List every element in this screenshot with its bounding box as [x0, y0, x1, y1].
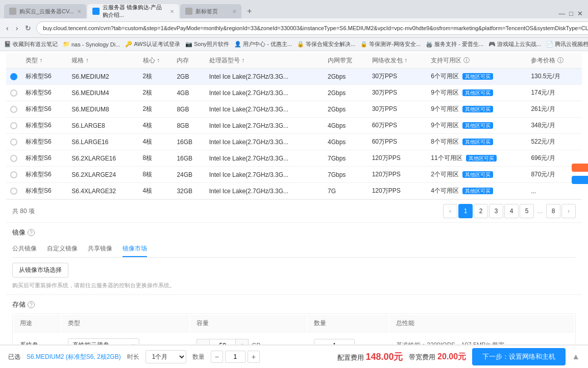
row-memory: 8GB — [173, 118, 205, 134]
url-text: buy.cloud.tencent.com/cvm?tab=custom&ste… — [43, 25, 588, 31]
tab-1[interactable]: 购买云_云服务器CV... ✕ — [4, 4, 86, 18]
radio-button[interactable] — [10, 155, 17, 162]
next-step-button[interactable]: 下一步：设置网络和主机 — [472, 348, 566, 365]
tab-3-close[interactable]: ✕ — [232, 9, 236, 14]
bookmark-1[interactable]: 📁 nas - Synology Di... — [63, 41, 120, 48]
page-btn-3[interactable]: 3 — [489, 204, 503, 218]
radio-button[interactable] — [10, 139, 17, 146]
table-row[interactable]: 标准型S6 S6.MEDIUM2 2核 2GB Intel Ice Lake(2… — [6, 68, 582, 85]
footer-right: 配置费用 148.00元 带宽费用 20.00元 下一步：设置网络和主机 ▲ — [337, 348, 580, 365]
quantity-decrease-btn[interactable]: − — [211, 351, 223, 363]
tab-shared-image[interactable]: 共享镜像 — [88, 241, 112, 257]
storage-usage: 系统盘 — [14, 333, 61, 344]
table-row[interactable]: 标准型S6 S6.LARGE16 4核 16GB Intel Ice Lake(… — [6, 134, 582, 150]
storage-col-count: 数量 — [308, 315, 389, 332]
row-cores: 2核 — [139, 68, 173, 85]
tab-2-close[interactable]: ✕ — [170, 9, 174, 14]
tab-1-close[interactable]: ✕ — [77, 9, 81, 14]
storage-help-icon[interactable]: ? — [28, 301, 35, 308]
refresh-button[interactable]: ↻ — [23, 23, 33, 33]
main-scroll-area[interactable]: 类型 ↑ 规格 ↑ 核心 ↑ 内存 处理器型号 ↑ 内网带宽 网络收发包 ↑ 支… — [0, 51, 588, 344]
capacity-input[interactable] — [210, 339, 235, 345]
row-radio-cell — [6, 150, 21, 167]
bookmark-8[interactable]: 🎮 游戏端上云实战... — [488, 40, 541, 48]
page-btn-5[interactable]: 5 — [520, 204, 534, 218]
table-row[interactable]: 标准型S6 S6.MEDIUM4 2核 4GB Intel Ice Lake(2… — [6, 85, 582, 101]
tab-public-image[interactable]: 公共镜像 — [12, 241, 37, 257]
bookmark-4[interactable]: 👤 用户中心 - 优惠主... — [234, 40, 292, 48]
table-row[interactable]: 标准型S6 S6.MEDIUM8 2核 8GB Intel Ice Lake(2… — [6, 101, 582, 118]
contact-widget[interactable]: 联系客服 — [572, 176, 588, 184]
storage-perf-cell: 基准性能：2200IOPS，107.5MB/s 带宽 — [390, 333, 574, 344]
page-btn-8[interactable]: 8 — [546, 204, 560, 218]
duration-select[interactable]: 1个月 2个月 3个月 6个月 1年 — [145, 350, 186, 363]
selected-label: 已选 — [8, 353, 20, 361]
url-input[interactable]: buy.cloud.tencent.com/cvm?tab=custom&ste… — [36, 21, 588, 35]
config-fee-section: 配置费用 148.00元 — [337, 351, 403, 363]
radio-button[interactable] — [10, 73, 17, 80]
forward-button[interactable]: › — [14, 23, 20, 33]
row-pps: 60万PPS — [368, 134, 427, 150]
bookmark-3[interactable]: 📷 Sony照片软件 — [185, 40, 229, 48]
bookmark-5[interactable]: 🔒 等保合规安全解决... — [297, 40, 355, 48]
zone-badge: 其他区可买 — [462, 106, 493, 112]
tab-market-image[interactable]: 镜像市场 — [122, 241, 147, 257]
tab-3[interactable]: 新标签页 ✕ — [180, 4, 241, 18]
bandwidth-fee-value: 20.00元 — [437, 352, 466, 361]
close-window-btn[interactable]: ✕ — [576, 9, 584, 18]
radio-button[interactable] — [10, 106, 17, 113]
back-button[interactable]: ‹ — [4, 23, 11, 33]
tab-custom-image[interactable]: 自定义镜像 — [47, 241, 78, 257]
zone-badge: 其他区可买 — [466, 155, 497, 162]
page-btn-1[interactable]: 1 — [458, 204, 473, 218]
image-section: 镜像 ? 公共镜像 自定义镜像 共享镜像 — [6, 222, 582, 294]
row-zones: 9个可用区 其他区可买 — [427, 118, 527, 134]
new-tab-button[interactable]: + — [242, 4, 257, 18]
collapse-button[interactable]: ▲ — [572, 352, 580, 361]
maximize-btn[interactable]: □ — [568, 9, 574, 18]
radio-button[interactable] — [10, 188, 17, 195]
page-btn-2[interactable]: 2 — [474, 204, 488, 218]
row-memory: 8GB — [173, 101, 205, 118]
bookmark-0[interactable]: 📓 收藏到有道云笔记 — [4, 40, 58, 48]
bookmark-2[interactable]: 🔑 AWS认证考试登录 — [125, 40, 180, 48]
next-page-btn[interactable]: › — [561, 204, 576, 218]
radio-button[interactable] — [10, 122, 17, 129]
survey-widget[interactable]: 有奖调研 — [572, 164, 588, 172]
capacity-increase-btn[interactable]: + — [235, 339, 249, 345]
table-row[interactable]: 标准型S6 S6.2XLARGE24 8核 24GB Intel Ice Lak… — [6, 167, 582, 183]
quantity-input[interactable] — [225, 351, 246, 363]
config-fee-value: 148.00元 — [365, 352, 403, 362]
config-fee-label: 配置费用 — [337, 354, 364, 361]
page-btn-4[interactable]: 4 — [504, 204, 519, 218]
disk-type-select[interactable]: 高性能云硬盘 ▾ — [68, 338, 139, 344]
bookmark-7[interactable]: 🖨️ 服务支持 - 爱普生... — [426, 40, 483, 48]
prev-page-btn[interactable]: ‹ — [443, 204, 457, 218]
minimize-btn[interactable]: — — [557, 9, 566, 18]
row-bandwidth: 2Gbps — [324, 101, 368, 118]
from-market-button[interactable]: 从镜像市场选择 — [12, 263, 68, 278]
table-row[interactable]: 标准型S6 S6.2XLARGE16 8核 16GB Intel Ice Lak… — [6, 150, 582, 167]
row-bandwidth: 2Gbps — [324, 68, 368, 85]
storage-table: 用途 类型 容量 数量 总性能 系统盘 — [12, 313, 576, 344]
quantity-increase-btn[interactable]: + — [248, 351, 260, 363]
col-type: 类型 ↑ — [21, 53, 67, 68]
image-help-icon[interactable]: ? — [28, 229, 35, 236]
row-cores: 8核 — [139, 150, 173, 167]
footer-left: 已选 S6.MEDIUM2 (标准型S6, 2核2GB) 时长 1个月 2个月 … — [8, 350, 260, 363]
tab-2[interactable]: 云服务器 镜像购达-产品购介绍... ✕ — [87, 4, 179, 18]
bookmark-9[interactable]: 📄 腾讯云视频档... — [546, 40, 588, 48]
disk-count-input[interactable] — [314, 339, 355, 345]
radio-button[interactable] — [10, 171, 17, 178]
row-bandwidth: 4Gbps — [324, 134, 368, 150]
row-pps: 60万PPS — [368, 118, 427, 134]
table-row[interactable]: 标准型S6 S6.4XLARGE32 4核 32GB Intel Ice Lak… — [6, 183, 582, 199]
table-row[interactable]: 标准型S6 S6.LARGE8 4核 8GB Intel Ice Lake(2.… — [6, 118, 582, 134]
bookmark-6[interactable]: 🔒 等保测评-网络安全... — [360, 40, 421, 48]
capacity-decrease-btn[interactable]: − — [197, 339, 210, 345]
row-bandwidth: 7Gbps — [324, 167, 368, 183]
row-memory: 2GB — [173, 68, 205, 85]
radio-button[interactable] — [10, 89, 17, 97]
tab-3-label: 新标签页 — [195, 8, 218, 15]
row-bandwidth: 7G — [324, 183, 368, 199]
